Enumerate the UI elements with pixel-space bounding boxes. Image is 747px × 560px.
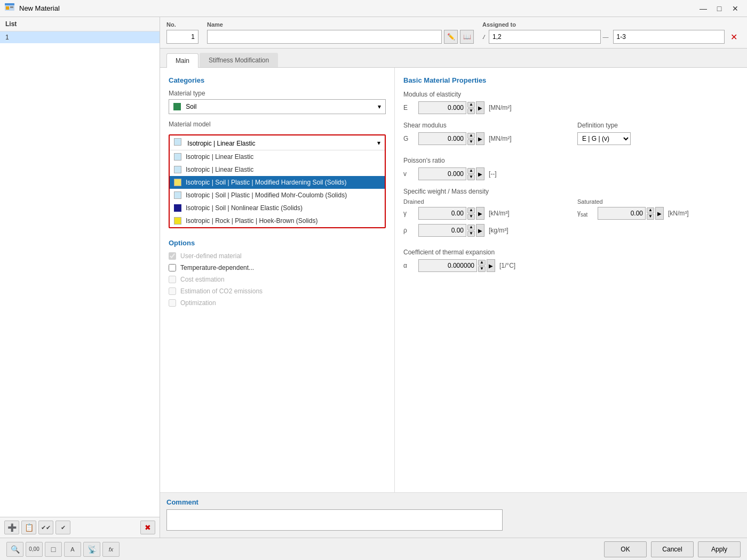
model-item-1[interactable]: Isotropic | Linear Elastic [170,163,385,176]
gammasat-down-button[interactable]: ▼ [647,214,654,220]
rho-up-button[interactable]: ▲ [467,225,475,230]
tabs-bar: Main Stiffness Modification [160,49,747,68]
assigned-clear-button[interactable]: ✕ [727,30,741,44]
def-type-select[interactable]: E | G | (v) [577,132,631,145]
drained-label: Drained [403,198,565,205]
gammasat-arrow-button[interactable]: ▶ [655,207,664,220]
bottom-right-buttons: OK Cancel Apply [604,541,741,557]
gamma-arrow-button[interactable]: ▶ [476,207,484,220]
shear-row: G 0.000 ▲ ▼ ▶ [MN/ [403,132,565,145]
close-button[interactable]: ✕ [728,3,743,14]
alpha-down-button[interactable]: ▼ [478,266,486,272]
option-checkbox-0 [169,252,176,260]
no-label: No. [166,21,198,28]
right-panel: No. 1 Name ✏️ 📖 Assigned to 𝐼 1,2 — 1-3 [160,17,747,538]
gammasat-row: γsat 0.00 ▲ ▼ ▶ [k [577,207,738,220]
cancel-button[interactable]: Cancel [651,541,694,557]
assigned-prefix-1: 𝐼 [482,34,484,41]
name-edit-button[interactable]: ✏️ [444,30,458,44]
saturated-label: Saturated [577,198,738,205]
model-item-3[interactable]: Isotropic | Soil | Plastic | Modified Mo… [170,189,385,202]
assigned-input-1[interactable]: 1,2 [489,30,601,44]
copy-button[interactable]: 📋 [21,521,36,534]
v-input[interactable]: 0.000 [418,167,466,180]
material-type-dropdown[interactable]: Soil ▾ [169,99,386,114]
gammasat-spinner: ▲ ▼ [647,207,654,220]
alpha-input[interactable]: 0.000000 [418,259,477,272]
option-checkbox-4 [169,299,176,307]
material-model-header[interactable]: Isotropic | Linear Elastic ▾ [170,135,385,150]
model-item-0[interactable]: Isotropic | Linear Elastic [170,150,385,163]
e-input[interactable]: 0.000 [418,101,466,114]
decimal-button[interactable]: 0,00 [26,542,43,557]
gammasat-input[interactable]: 0.00 [598,207,646,220]
modulus-label: Modulus of elasticity [403,91,738,98]
g-spinner: ▲ ▼ [467,133,475,145]
v-down-button[interactable]: ▼ [467,174,475,180]
dropdown-arrow-icon: ▾ [378,103,381,110]
gamma-up-button[interactable]: ▲ [467,207,475,213]
name-book-button[interactable]: 📖 [460,30,474,44]
def-type-label: Definition type [577,122,738,129]
rho-label: ρ [403,227,414,234]
rho-down-button[interactable]: ▼ [467,231,475,237]
function-button[interactable]: fx [102,542,120,557]
v-up-button[interactable]: ▲ [467,168,475,174]
g-arrow-button[interactable]: ▶ [476,132,484,145]
tab-main[interactable]: Main [166,53,198,68]
square-button[interactable]: □ [45,542,62,557]
rho-input[interactable]: 0.00 [418,224,466,237]
g-down-button[interactable]: ▼ [467,139,475,145]
no-input[interactable]: 1 [166,30,198,44]
e-label: E [403,104,414,111]
categories-title: Categories [169,76,386,84]
option-row-0: User-defined material [169,252,386,260]
window-title: New Material [19,4,60,12]
gamma-down-button[interactable]: ▼ [467,214,475,220]
tab-stiffness[interactable]: Stiffness Modification [200,53,278,67]
list-item[interactable]: 1 [0,31,160,43]
e-up-button[interactable]: ▲ [467,102,475,108]
model-item-5[interactable]: Isotropic | Rock | Plastic | Hoek-Brown … [170,214,385,227]
e-arrow-button[interactable]: ▶ [476,101,484,114]
g-up-button[interactable]: ▲ [467,133,475,139]
svg-rect-2 [6,6,9,10]
delete-button[interactable]: ✖ [140,521,155,534]
e-down-button[interactable]: ▼ [467,108,475,114]
text-button[interactable]: A [64,542,81,557]
material-type-value: Soil [186,103,196,110]
model-item-4[interactable]: Isotropic | Soil | Nonlinear Elastic (So… [170,202,385,214]
alpha-arrow-button[interactable]: ▶ [487,259,495,272]
apply-button[interactable]: Apply [698,541,741,557]
minimize-button[interactable]: — [696,3,711,14]
gammasat-up-button[interactable]: ▲ [647,207,654,213]
g-input[interactable]: 0.000 [418,132,466,145]
material-model-selected: Isotropic | Linear Elastic [187,140,255,147]
assigned-input-2[interactable]: 1-3 [613,30,725,44]
content-area: Categories Material type Soil ▾ [160,68,747,492]
rho-arrow-button[interactable]: ▶ [476,224,484,237]
check-button[interactable]: ✔ [55,521,70,534]
v-arrow-button[interactable]: ▶ [476,167,484,180]
shear-label: Shear modulus [403,122,565,129]
ok-button[interactable]: OK [604,541,647,557]
check-all-button[interactable]: ✔✔ [38,521,53,534]
add-button[interactable]: ➕ [4,521,19,534]
model-item-2[interactable]: Isotropic | Soil | Plastic | Modified Ha… [170,176,385,189]
gamma-input[interactable]: 0.00 [418,207,466,220]
option-label-4: Optimization [180,299,216,307]
poisson-label: Poisson's ratio [403,157,738,164]
alpha-up-button[interactable]: ▲ [478,260,486,266]
maximize-button[interactable]: □ [712,3,727,14]
search-button[interactable]: 🔍 [6,542,23,557]
comment-section: Comment [160,492,747,538]
rho-unit: [kg/m³] [489,227,521,234]
v-label: v [403,170,414,178]
alpha-spinner: ▲ ▼ [478,260,486,272]
comment-input[interactable] [166,509,503,531]
name-input[interactable] [207,30,442,44]
option-checkbox-1[interactable] [169,264,176,271]
antenna-button[interactable]: 📡 [83,542,100,557]
alpha-label: α [403,262,414,269]
option-label-0: User-defined material [180,252,242,260]
